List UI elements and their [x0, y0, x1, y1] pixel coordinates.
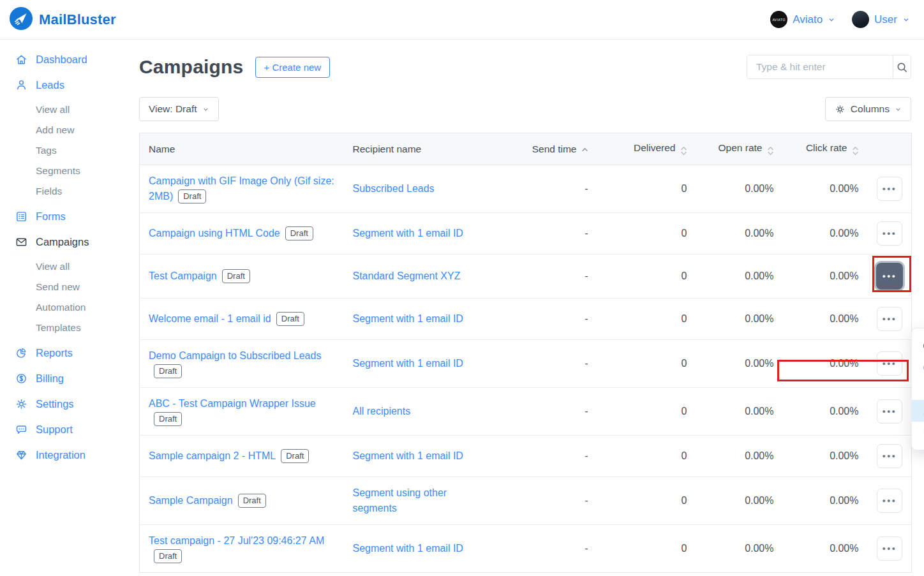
sidebar-subitem-add-new[interactable]: Add new — [36, 120, 139, 140]
actions-cell: ●●● — [868, 213, 912, 255]
table-row: ABC - Test Campaign Wrapper IssueDraft A… — [140, 388, 912, 436]
menu-item-edit-campaign[interactable]: Edit campaign — [912, 400, 924, 422]
account-menu[interactable]: AVIATO Aviato — [770, 11, 835, 28]
row-actions-button[interactable]: ●●● — [877, 444, 902, 468]
recipient-cell: Segment with 1 email ID — [344, 213, 473, 255]
click-rate-cell: 0.00% — [783, 340, 868, 388]
campaign-name-link[interactable]: Campaign with GIF Image Only (Gif size: … — [149, 175, 334, 202]
recipient-link[interactable]: Standard Segment XYZ — [353, 270, 461, 281]
sidebar-item-forms[interactable]: Forms — [15, 210, 139, 223]
campaign-name-link[interactable]: Demo Campaign to Subscribed Leads — [149, 350, 321, 361]
recipient-link[interactable]: Segment with 1 email ID — [353, 228, 463, 239]
user-name: User — [874, 13, 897, 26]
campaign-name-link[interactable]: ABC - Test Campaign Wrapper Issue — [149, 398, 316, 409]
envelope-icon — [15, 236, 27, 248]
table-row: Welcome email - 1 email idDraft Segment … — [140, 299, 912, 340]
sidebar-item-settings[interactable]: Settings — [15, 398, 139, 410]
column-header-name: Name — [140, 133, 344, 165]
sidebar: Dashboard LeadsView allAdd newTagsSegmen… — [0, 40, 139, 576]
campaign-name-link[interactable]: Sample campaign 2 - HTML — [149, 450, 276, 461]
click-rate-cell: 0.00% — [783, 477, 868, 525]
columns-dropdown[interactable]: Columns — [825, 97, 911, 121]
sidebar-item-reports[interactable]: Reports — [15, 347, 139, 359]
delivered-cell: 0 — [597, 525, 696, 573]
row-actions-button[interactable]: ●●● — [877, 536, 902, 561]
create-new-button[interactable]: + Create new — [255, 57, 331, 78]
form-icon — [15, 210, 27, 223]
status-badge: Draft — [281, 449, 309, 463]
sidebar-item-label: Forms — [36, 210, 66, 223]
row-actions-button[interactable]: ●●● — [877, 489, 902, 513]
campaign-name-link[interactable]: Test Campaign — [149, 270, 217, 281]
open-rate-cell: 0.00% — [696, 340, 783, 388]
topbar: MailBluster AVIATO Aviato User — [0, 0, 924, 40]
sidebar-item-billing[interactable]: Billing — [15, 373, 139, 385]
sidebar-item-support[interactable]: Support — [15, 424, 139, 436]
gear-icon — [15, 398, 27, 410]
actions-cell: ●●● — [868, 165, 912, 213]
campaign-name-cell: ABC - Test Campaign Wrapper IssueDraft — [140, 388, 344, 436]
status-badge: Draft — [178, 189, 206, 203]
sidebar-item-campaigns[interactable]: Campaigns — [15, 236, 139, 248]
campaign-name-link[interactable]: Sample Campaign — [149, 495, 233, 506]
sidebar-subitem-view-all[interactable]: View all — [36, 256, 139, 277]
row-actions-button[interactable]: ●●● — [877, 399, 902, 424]
campaign-name-link[interactable]: Test campaign - 27 Jul'23 09:46:27 AM — [149, 535, 324, 546]
recipient-link[interactable]: Segment with 1 email ID — [353, 450, 463, 461]
user-menu[interactable]: User — [852, 11, 910, 28]
search-button[interactable] — [893, 55, 911, 78]
search-input[interactable] — [747, 55, 893, 78]
sidebar-subitem-templates[interactable]: Templates — [36, 318, 139, 338]
open-rate-cell: 0.00% — [696, 436, 783, 477]
send-time-cell: - — [473, 340, 597, 388]
sidebar-item-label: Billing — [36, 373, 64, 385]
menu-item-view-campaign[interactable]: View campaign — [912, 335, 924, 357]
sidebar-subitem-send-new[interactable]: Send new — [36, 277, 139, 297]
sidebar-subitem-view-all[interactable]: View all — [36, 100, 139, 120]
menu-item-delete-campaign[interactable]: Delete campaign — [912, 422, 924, 443]
column-header-send-time[interactable]: Send time — [473, 133, 597, 165]
column-header-delivered[interactable]: Delivered — [597, 133, 696, 165]
sidebar-subitem-fields[interactable]: Fields — [36, 181, 139, 202]
delivered-cell: 0 — [597, 436, 696, 477]
brand[interactable]: MailBluster — [9, 6, 116, 33]
send-time-cell: - — [473, 213, 597, 255]
row-actions-button[interactable]: ●●● — [877, 221, 902, 246]
recipient-link[interactable]: Segment with 1 email ID — [353, 543, 463, 554]
sidebar-subitem-segments[interactable]: Segments — [36, 161, 139, 181]
recipient-link[interactable]: Segment using other segments — [353, 487, 447, 513]
sidebar-subitem-tags[interactable]: Tags — [36, 140, 139, 161]
status-badge: Draft — [154, 412, 182, 426]
sidebar-item-integration[interactable]: Integration — [15, 449, 139, 461]
column-header-open-rate[interactable]: Open rate — [696, 133, 783, 165]
sidebar-subitems-campaigns: View allSend newAutomationTemplates — [36, 256, 139, 338]
search-icon — [896, 61, 908, 73]
sidebar-subitem-automation[interactable]: Automation — [36, 297, 139, 318]
view-filter-dropdown[interactable]: View: Draft — [139, 97, 219, 121]
delivered-cell: 0 — [597, 213, 696, 255]
person-icon — [15, 79, 27, 91]
recipient-link[interactable]: Segment with 1 email ID — [353, 358, 463, 369]
campaign-name-cell: Test CampaignDraft — [140, 255, 344, 299]
row-actions-button[interactable]: ●●● — [877, 351, 902, 376]
sidebar-item-leads[interactable]: Leads — [15, 79, 139, 91]
sort-icon — [852, 146, 859, 156]
table-row: Sample campaign 2 - HTMLDraft Segment wi… — [140, 436, 912, 477]
column-header-click-rate[interactable]: Click rate — [783, 133, 868, 165]
row-actions-button[interactable]: ●●● — [877, 177, 902, 201]
menu-item-duplicate-campaign[interactable]: Duplicate campaign — [912, 378, 924, 400]
send-time-cell: - — [473, 388, 597, 436]
send-time-cell: - — [473, 165, 597, 213]
open-rate-cell: 0.00% — [696, 299, 783, 340]
campaign-name-link[interactable]: Campaign using HTML Code — [149, 228, 280, 239]
send-time-cell: - — [473, 477, 597, 525]
recipient-link[interactable]: Subscribed Leads — [353, 183, 435, 194]
row-actions-button[interactable]: ●●● — [876, 263, 903, 290]
campaign-name-link[interactable]: Welcome email - 1 email id — [149, 313, 271, 324]
menu-item-view-report[interactable]: View report — [912, 357, 924, 378]
row-actions-button[interactable]: ●●● — [877, 307, 902, 331]
recipient-link[interactable]: Segment with 1 email ID — [353, 313, 463, 324]
recipient-link[interactable]: All recipients — [353, 406, 411, 417]
status-badge: Draft — [285, 226, 313, 240]
sidebar-item-dashboard[interactable]: Dashboard — [15, 54, 139, 66]
